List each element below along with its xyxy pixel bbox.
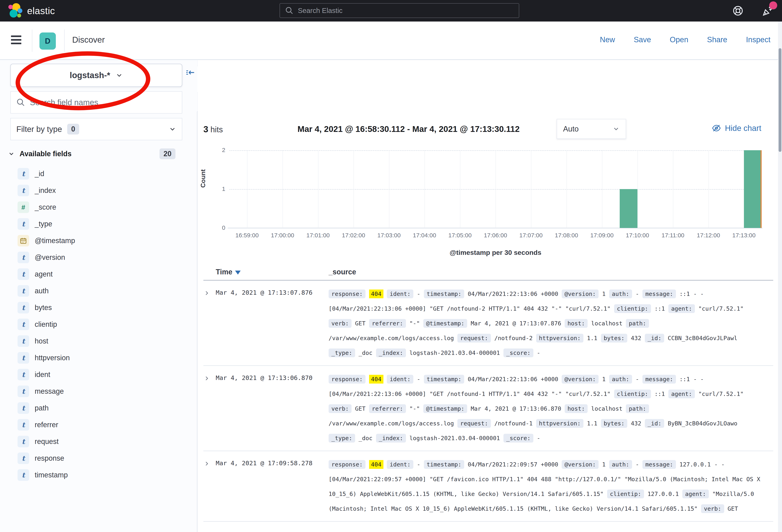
histogram-bar[interactable] [744,150,762,228]
hide-chart-button[interactable]: Hide chart [712,123,761,133]
source-value: ByBN_3cB04dGovJLOawo [668,420,737,427]
source-value: GET [355,405,365,412]
x-tick-label: 17:10:00 [626,232,649,239]
source-field-badge: @version: [562,375,599,384]
source-field-badge: host: [565,404,588,413]
histogram-plot [229,150,762,228]
chevron-down-icon [612,125,620,132]
source-field-badge: _id: [645,334,664,343]
source-field-badge: response: [329,460,365,469]
source-field-badge: message: [642,460,676,469]
chevron-down-icon [115,72,123,79]
table-row: Mar 4, 2021 @ 17:09:58.278response: 404 … [203,451,773,522]
grid-line-vertical [602,150,602,228]
discover-app-badge[interactable]: D [39,33,56,50]
highlighted-value: 404 [369,290,383,298]
row-time: Mar 4, 2021 @ 17:13:07.876 [216,287,329,360]
expand-row-icon[interactable] [203,457,216,516]
source-field-badge: message: [642,290,676,298]
source-value: "curl/7.52.1" [698,390,744,397]
documents-table: Time _source Mar 4, 2021 @ 17:13:07.876r… [203,264,773,522]
source-field-badge: @timestamp: [423,319,467,328]
source-field-badge: clientip: [607,490,644,498]
grid-line-vertical [318,150,318,228]
action-inspect[interactable]: Inspect [746,35,771,44]
interval-select[interactable]: Auto [557,119,626,139]
action-save[interactable]: Save [634,35,651,44]
source-field-badge: _index: [376,434,406,443]
source-field-badge: path: [626,404,649,413]
elastic-logo[interactable]: elastic [0,3,55,18]
source-field-badge: ident: [387,375,413,384]
divider [64,30,65,52]
source-value: - [635,376,639,383]
source-field-badge: referrer: [369,404,406,413]
expand-row-icon[interactable] [203,287,216,360]
source-field-badge: host: [565,319,588,328]
grid-line-vertical [460,150,460,228]
x-tick-label: 17:13:00 [732,232,756,239]
row-time: Mar 4, 2021 @ 17:13:06.870 [216,372,329,446]
search-icon [16,98,25,107]
x-tick-label: 17:09:00 [591,232,614,239]
y-axis-label: Count [200,169,207,188]
source-field-badge: @version: [562,290,599,298]
fields-sidebar: logstash-* Search field names Filter by … [0,60,198,532]
source-field-badge: message: [642,375,676,384]
hits-count: 3 hits [203,124,223,134]
source-field-badge: _id: [645,419,664,428]
expand-row-icon[interactable] [203,372,216,446]
eye-slash-icon [712,123,721,133]
field-search-input[interactable]: Search field names [10,91,182,114]
scrollbar-track[interactable] [778,22,782,532]
source-value: - [417,376,420,383]
action-new[interactable]: New [600,35,615,44]
column-header-time[interactable]: Time [203,268,329,276]
source-field-badge: ident: [387,460,413,469]
scrollbar-thumb[interactable] [779,48,781,152]
source-field-badge: _type: [329,348,355,357]
source-value: localhost [591,405,623,412]
menu-icon[interactable] [11,35,21,44]
grid-line-vertical [283,150,283,228]
action-share[interactable]: Share [707,35,727,44]
help-icon[interactable] [732,5,744,17]
collapse-sidebar-icon[interactable] [185,67,196,78]
source-field-badge: response: [329,290,365,298]
source-value: - [417,461,420,468]
source-value: - [417,291,420,297]
grid-line-vertical [425,150,425,228]
grid-line-vertical [531,150,531,228]
source-value: Mar 4, 2021 @ 17:13:07.876 [471,320,561,327]
newsfeed-icon[interactable] [762,5,774,17]
action-open[interactable]: Open [670,35,688,44]
grid-line-vertical [495,150,496,228]
global-header: elastic Search Elastic [0,0,782,22]
global-search-input[interactable]: Search Elastic [280,3,519,18]
source-value: 1.1 [587,420,597,427]
source-field-badge: timestamp: [424,290,464,298]
chart-title: @timestamp per 30 seconds [229,249,762,257]
x-tick-label: 17:00:00 [271,232,294,239]
source-field-badge: @version: [562,460,599,469]
results-panel: 3 hits Mar 4, 2021 @ 16:58:30.112 - Mar … [198,60,778,532]
source-field-badge: httpversion: [536,419,583,428]
x-tick-label: 16:59:00 [236,232,259,239]
x-tick-label: 17:11:00 [662,232,684,239]
source-value: /notfound-2 [494,335,533,342]
index-pattern-select[interactable]: logstash-* [10,64,182,87]
column-header-source[interactable]: _source [329,268,356,276]
field-search-placeholder: Search field names [30,98,98,107]
grid-line-vertical [389,150,389,228]
source-field-badge: ident: [387,290,413,298]
source-field-badge: httpversion: [536,334,583,343]
sidebar-border [0,112,198,532]
source-value: 04/Mar/2021:22:09:57 +0000 [468,461,558,468]
histogram-bar[interactable] [620,189,637,228]
source-value: - [635,461,639,468]
y-tick-label: 1 [211,186,225,192]
source-field-badge: path: [626,319,649,328]
source-field-badge: _score: [503,434,533,443]
x-axis-line [228,228,762,228]
source-field-badge: auth: [609,460,632,469]
